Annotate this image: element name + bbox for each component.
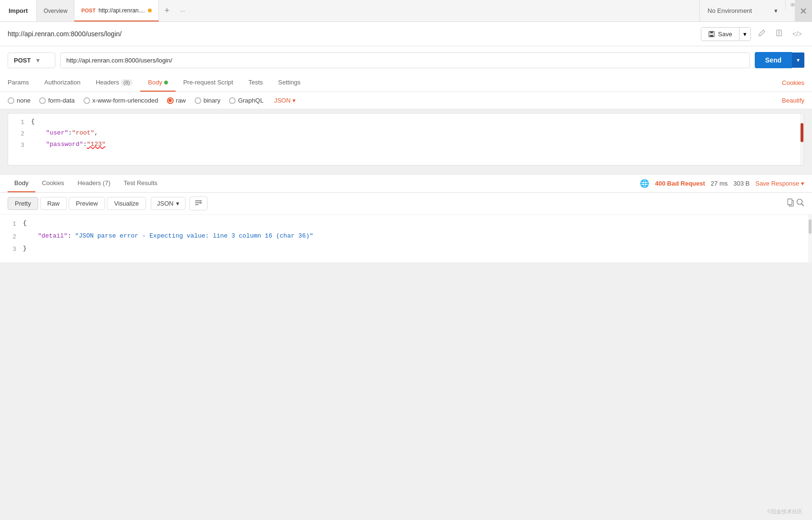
tab-unsaved-dot: [148, 9, 152, 12]
resp-line-content-3: }: [23, 243, 807, 255]
format-visualize-button[interactable]: Visualize: [107, 197, 146, 210]
body-type-none-label: none: [17, 97, 31, 104]
request-body-editor[interactable]: 1 { 2 "user":"root", 3 "password":"123": [8, 113, 804, 166]
radio-urlencoded: [83, 97, 90, 104]
send-dropdown-button[interactable]: ▾: [792, 52, 804, 68]
tab-body[interactable]: Body: [140, 74, 176, 92]
line-num-1: 1: [13, 116, 24, 128]
svg-rect-6: [710, 35, 713, 37]
svg-rect-15: [788, 199, 792, 205]
line-content-1: {: [31, 116, 799, 127]
tab-overview-label: Overview: [43, 8, 67, 14]
body-type-form-data[interactable]: form-data: [39, 97, 75, 104]
save-response-button[interactable]: Save Response ▾: [755, 180, 804, 187]
method-selector[interactable]: POST ▾: [8, 52, 55, 68]
docs-icon-button[interactable]: [773, 27, 785, 41]
save-button[interactable]: Save: [701, 28, 739, 41]
wrap-icon: [195, 199, 202, 206]
eye-icon[interactable]: [785, 0, 795, 10]
close-corner-button[interactable]: [795, 0, 812, 21]
save-label: Save: [718, 31, 732, 38]
radio-none: [8, 97, 14, 104]
save-response-chevron-icon: ▾: [801, 180, 804, 187]
method-chevron-icon: ▾: [36, 57, 40, 64]
json-format-selector[interactable]: JSON ▾: [274, 97, 296, 104]
radio-binary: [195, 97, 201, 104]
url-input[interactable]: [60, 52, 750, 68]
tab-settings[interactable]: Settings: [271, 74, 308, 92]
line-content-2: "user":"root",: [31, 128, 799, 138]
tab-overview[interactable]: Overview: [37, 0, 74, 21]
body-type-binary-label: binary: [204, 97, 220, 104]
radio-graphql: [229, 97, 236, 104]
response-scrollbar-top[interactable]: [808, 215, 812, 262]
wrap-lines-button[interactable]: [189, 197, 208, 210]
svg-rect-5: [710, 31, 713, 33]
editor-scroll-thumb: [801, 123, 803, 142]
format-preview-button[interactable]: Preview: [69, 197, 105, 210]
response-tab-headers[interactable]: Headers (7): [71, 175, 117, 192]
status-code: 400 Bad Request: [655, 180, 705, 187]
body-type-urlencoded[interactable]: x-www-form-urlencoded: [83, 97, 158, 104]
url-display: http://api.renran.com:8000/users/login/: [8, 30, 696, 38]
cookies-link[interactable]: Cookies: [774, 74, 812, 91]
save-dropdown-button[interactable]: ▾: [739, 28, 750, 41]
resp-line-num-1: 1: [5, 218, 16, 230]
code-icon-button[interactable]: </>: [790, 27, 804, 41]
send-button[interactable]: Send: [755, 52, 792, 68]
format-raw-button[interactable]: Raw: [40, 197, 67, 210]
body-type-urlencoded-label: x-www-form-urlencoded: [93, 97, 158, 104]
body-type-graphql[interactable]: GraphQL: [229, 97, 263, 104]
request-tab-nav: Params Authorization Headers(8) Body Pre…: [0, 74, 812, 92]
body-active-dot: [164, 81, 168, 84]
edit-icon-button[interactable]: [756, 27, 768, 41]
tab-method-label: POST: [81, 8, 95, 13]
tab-pre-request-script[interactable]: Pre-request Script: [176, 74, 241, 92]
request-area: POST ▾ Send ▾: [0, 46, 812, 74]
beautify-button[interactable]: Beautify: [782, 97, 804, 104]
response-tab-test-results[interactable]: Test Results: [117, 175, 164, 192]
resp-line-2: 2 "detail": "JSON parse error - Expectin…: [0, 230, 812, 243]
add-tab-button[interactable]: +: [159, 0, 176, 21]
tab-url-label: http://api.renran....: [98, 7, 145, 14]
response-status-bar: 🌐 400 Bad Request 27 ms 303 B Save Respo…: [640, 179, 804, 188]
body-type-none[interactable]: none: [8, 97, 31, 104]
tab-headers[interactable]: Headers(8): [88, 74, 141, 92]
environment-selector[interactable]: No Environment ▾: [699, 0, 785, 21]
method-label: POST: [14, 57, 31, 64]
search-response-button[interactable]: [796, 198, 804, 208]
tab-post-active[interactable]: POST http://api.renran....: [74, 0, 158, 21]
svg-point-1: [792, 4, 793, 6]
body-type-graphql-label: GraphQL: [238, 97, 263, 104]
resp-line-1: 1 {: [0, 218, 812, 230]
top-bar: Import Overview POST http://api.renran..…: [0, 0, 812, 22]
body-type-row: none form-data x-www-form-urlencoded raw…: [0, 92, 812, 109]
response-tab-body[interactable]: Body: [8, 175, 35, 192]
response-tab-cookies[interactable]: Cookies: [35, 175, 71, 192]
json-format-label: JSON: [274, 97, 291, 104]
tab-tests[interactable]: Tests: [241, 74, 271, 92]
line-num-2: 2: [13, 128, 24, 139]
svg-point-16: [797, 199, 802, 205]
copy-response-button[interactable]: [787, 198, 794, 209]
response-json-selector[interactable]: JSON ▾: [151, 197, 186, 210]
line-content-3: "password":"123": [31, 139, 799, 150]
response-json-label: JSON: [157, 200, 174, 207]
editor-scrollbar[interactable]: [800, 114, 804, 165]
resp-line-num-3: 3: [5, 243, 16, 256]
tab-params[interactable]: Params: [0, 74, 37, 92]
body-type-raw[interactable]: raw: [167, 97, 186, 104]
pencil-icon: [758, 29, 766, 37]
import-button[interactable]: Import: [0, 0, 37, 21]
response-section: Body Cookies Headers (7) Test Results 🌐 …: [0, 174, 812, 262]
format-pretty-button[interactable]: Pretty: [8, 197, 38, 210]
body-type-binary[interactable]: binary: [195, 97, 220, 104]
more-tabs-button[interactable]: ···: [175, 0, 190, 21]
resp-line-num-2: 2: [5, 230, 16, 243]
radio-form-data: [39, 97, 46, 104]
globe-icon: 🌐: [640, 179, 649, 188]
resp-line-content-2: "detail": "JSON parse error - Expecting …: [23, 230, 807, 242]
resp-scroll-thumb-top: [809, 219, 812, 234]
tab-authorization[interactable]: Authorization: [37, 74, 88, 92]
resp-line-3: 3 }: [0, 243, 812, 256]
